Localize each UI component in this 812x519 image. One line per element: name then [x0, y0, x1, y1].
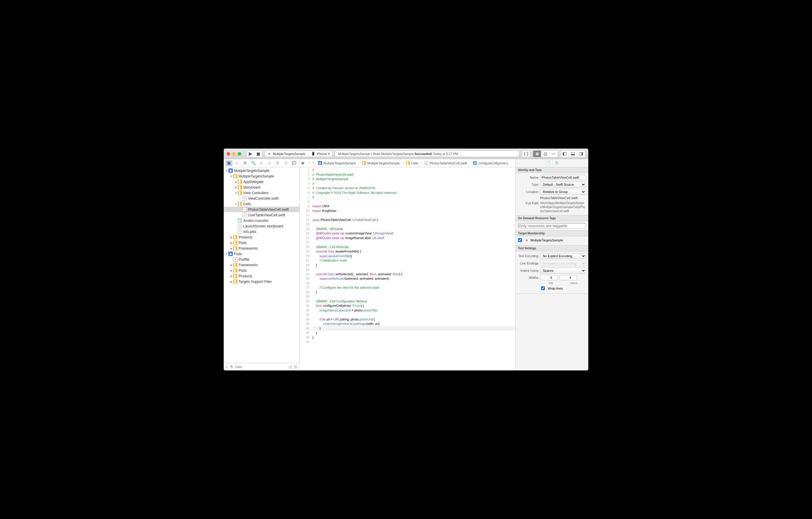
indent-width-field[interactable] — [559, 275, 577, 280]
quick-help-tab[interactable]: ?⃝ — [555, 161, 559, 165]
tree-item[interactable]: ▶▋AppDelegate — [224, 179, 299, 185]
code-area[interactable]: 1234567891011121314151617181920212223242… — [299, 167, 515, 371]
breadcrumb[interactable]: ▣MultipleTargetsSample〉▋MultipleTargetsS… — [318, 161, 508, 165]
tree-item[interactable]: ▼▋View Controllers — [224, 190, 299, 196]
tree-item[interactable]: sViewController.swift — [224, 196, 299, 201]
test-navigator-tab[interactable]: ◇ — [266, 160, 273, 166]
app-icon: 🔺 — [267, 152, 271, 156]
name-label: Name — [518, 176, 539, 179]
project-navigator-tab[interactable] — [226, 160, 232, 166]
debug-navigator-tab[interactable]: ☰ — [274, 160, 281, 166]
widths-label: Widths — [518, 276, 539, 279]
target-checkbox[interactable] — [518, 238, 522, 242]
tree-item[interactable]: ▼▣Pods — [224, 251, 299, 256]
identity-header: Identity and Type — [516, 167, 588, 173]
forward-button[interactable]: 〉 — [312, 161, 317, 165]
project-tree[interactable]: ▼▣MultipleTargetsSample▼▋MultipleTargets… — [224, 167, 299, 363]
add-button[interactable]: + — [226, 364, 228, 369]
activity-viewer: MultipleTargetsSample | Build MultipleTa… — [335, 151, 519, 157]
tree-item[interactable]: ▶▋Frameworks — [224, 245, 299, 251]
scheme-selector[interactable]: 🔺 MultipleTargetsSample 〉 📱 iPhone X — [265, 151, 332, 157]
tree-item[interactable]: sUserTableViewCell.swift — [224, 212, 299, 218]
activity-status: Succeeded — [414, 152, 431, 156]
app-icon: 🔺 — [525, 238, 529, 242]
tree-item[interactable]: sPhotosTableViewCell.swift — [224, 207, 299, 212]
tree-item[interactable]: ▶▋Frameworks — [224, 262, 299, 268]
toggle-debug-button[interactable] — [569, 151, 577, 157]
device-name: iPhone X — [317, 152, 330, 156]
navigator-filter-bar: + ⚗ ◷ ☒ — [224, 363, 299, 371]
file-inspector-tab[interactable]: 📄 — [545, 161, 550, 165]
tree-item[interactable]: ▶▋Products — [224, 235, 299, 240]
tab-label: Tab — [549, 282, 553, 284]
run-button[interactable]: ▶ — [247, 151, 254, 157]
tree-item[interactable]: ▶▋Products — [224, 273, 299, 279]
chevron-right-icon: 〉 — [307, 152, 310, 156]
find-navigator-tab[interactable]: 🔍 — [250, 160, 257, 166]
version-editor-button[interactable]: ↔ — [550, 151, 558, 157]
main-area: ⎌ ⌘ 🔍 ⚠ ◇ ☰ ⬠ 💬 ▼▣MultipleTargetsSample▼… — [224, 159, 588, 371]
toolbar-right: { } ◎ ↔ — [522, 150, 585, 157]
traffic-lights — [227, 152, 241, 156]
odr-header: On Demand Resource Tags — [516, 215, 588, 221]
svg-rect-8 — [582, 153, 583, 155]
back-button[interactable]: 〈 — [306, 161, 311, 165]
scheme-name: MultipleTargetsSample — [273, 152, 305, 156]
svg-rect-4 — [563, 153, 564, 155]
location-label: Location — [518, 190, 539, 194]
tree-item[interactable]: ▶▋Storyboard — [224, 185, 299, 190]
standard-editor-button[interactable] — [533, 151, 541, 157]
jump-bar[interactable]: ▦ 〈 〉 ▣MultipleTargetsSample〉▋MultipleTa… — [299, 159, 515, 167]
indent-select[interactable]: Spaces — [540, 268, 586, 274]
recent-filter-button[interactable]: ◷ — [288, 364, 292, 369]
source-control-navigator-tab[interactable]: ⎌ — [234, 160, 241, 166]
symbol-navigator-tab[interactable]: ⌘ — [242, 160, 249, 166]
encoding-label: Text Encoding — [518, 254, 539, 258]
odr-field — [518, 223, 586, 228]
assistant-editor-button[interactable]: ◎ — [541, 151, 550, 157]
indent-label: Indent Using — [518, 269, 539, 272]
library-button[interactable]: { } — [522, 150, 530, 157]
toggle-navigator-button[interactable] — [560, 151, 569, 157]
tree-item[interactable]: ◧Assets.xcassets — [224, 218, 299, 223]
odr-section: On Demand Resource Tags — [516, 215, 588, 230]
tab-width-field[interactable] — [540, 275, 558, 280]
tree-item[interactable]: rbPodfile — [224, 256, 299, 262]
zoom-button[interactable] — [238, 152, 241, 156]
tree-item[interactable]: ▼▋Cells — [224, 201, 299, 207]
toggle-inspector-button[interactable] — [577, 151, 585, 157]
close-button[interactable] — [227, 152, 230, 156]
encoding-select[interactable]: No Explicit Encoding — [540, 253, 586, 259]
tree-item[interactable]: ▼▣MultipleTargetsSample — [224, 168, 299, 173]
indent-width-label: Indent — [570, 282, 578, 284]
tree-item[interactable]: ▶▋Pods — [224, 240, 299, 245]
stop-button[interactable]: ◼ — [254, 151, 262, 157]
lineend-select[interactable]: No Explicit Line Endings — [540, 261, 586, 266]
location-select[interactable]: Relative to Group — [540, 189, 586, 195]
svg-rect-2 — [536, 155, 539, 155]
breakpoint-navigator-tab[interactable]: ⬠ — [282, 160, 289, 166]
related-items-button[interactable]: ▦ — [301, 161, 304, 165]
tree-item[interactable]: ⓘInfo.plist — [224, 229, 299, 235]
report-navigator-tab[interactable]: 💬 — [290, 160, 297, 166]
minimize-button[interactable] — [232, 152, 236, 156]
inspector-tabs: 📄 ?⃝ — [516, 159, 588, 167]
scm-filter-button[interactable]: ☒ — [294, 364, 297, 369]
navigator-tabs: ⎌ ⌘ 🔍 ⚠ ◇ ☰ ⬠ 💬 — [224, 159, 299, 167]
type-select[interactable]: Default - Swift Source — [540, 182, 586, 187]
fullpath-label: Full Path — [518, 201, 539, 205]
filter-icon: ⚗ — [230, 364, 233, 369]
svg-rect-6 — [571, 154, 575, 155]
tree-item[interactable]: ▶▋Targets Support Files — [224, 279, 299, 284]
target-header: Target Membership — [516, 230, 588, 237]
filter-input[interactable] — [235, 365, 287, 369]
name-field[interactable] — [540, 175, 586, 180]
tree-item[interactable]: ▼▋MultipleTargetsSample — [224, 173, 299, 179]
tree-item[interactable]: ◫LaunchScreen.storyboard — [224, 223, 299, 229]
wrap-label: Wrap lines — [548, 286, 563, 290]
wrap-checkbox[interactable] — [541, 286, 545, 290]
tree-item[interactable]: ▶▋Pods — [224, 268, 299, 273]
identity-section: Identity and Type Name Type Default - Sw… — [516, 167, 588, 215]
source-code[interactable]: //// PhotosTableViewCell.swift// Multipl… — [311, 167, 515, 371]
issue-navigator-tab[interactable]: ⚠ — [258, 160, 265, 166]
